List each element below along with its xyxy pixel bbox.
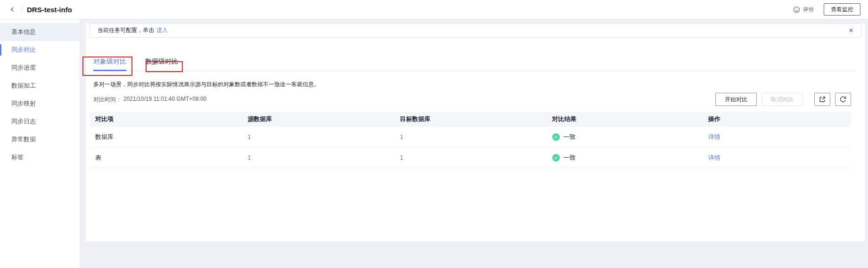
comparison-description: 多对一场景，同步对比将按实际情况展示源与目标的对象数或者数据不一致这一客观信息。 bbox=[93, 81, 851, 89]
refresh-button[interactable] bbox=[835, 93, 851, 106]
content-area: 当前任务可配置，单击 进入 × 对象级对比 数据级对比 多对一场景，同步对比将按… bbox=[80, 19, 868, 268]
title-divider bbox=[22, 6, 22, 13]
result-label: 一致 bbox=[564, 154, 576, 162]
feedback-button[interactable]: 评价 bbox=[793, 6, 814, 14]
banner-enter-link[interactable]: 进入 bbox=[156, 26, 168, 34]
smiley-icon bbox=[793, 6, 800, 13]
back-button[interactable] bbox=[8, 5, 17, 14]
comparison-time: 对比时间： 2021/10/19 11:01:40 GMT+08:00 bbox=[93, 96, 206, 104]
result-cell: ✓ 一致 bbox=[547, 154, 703, 162]
view-monitoring-button[interactable]: 查看监控 bbox=[824, 3, 860, 16]
top-bar: DRS-test-info 评价 查看监控 bbox=[0, 0, 868, 19]
col-header-result: 对比结果 bbox=[547, 115, 703, 123]
page-title: DRS-test-info bbox=[27, 6, 72, 14]
row-item-label: 表 bbox=[90, 154, 242, 162]
top-bar-left: DRS-test-info bbox=[8, 5, 72, 14]
feedback-label: 评价 bbox=[803, 6, 814, 14]
sidebar: 基本信息 同步对比 同步进度 数据加工 同步映射 同步日志 异常数据 标签 bbox=[0, 19, 80, 268]
comparison-time-label: 对比时间： bbox=[93, 96, 122, 104]
sidebar-item-sync-progress[interactable]: 同步进度 bbox=[0, 59, 80, 77]
banner-close-icon[interactable]: × bbox=[849, 26, 853, 34]
comparison-time-value: 2021/10/19 11:01:40 GMT+08:00 bbox=[123, 96, 206, 104]
banner-message: 当前任务可配置，单击 bbox=[98, 26, 154, 34]
details-link[interactable]: 详情 bbox=[708, 154, 721, 161]
back-chevron-icon bbox=[9, 6, 16, 13]
main-layout: 基本信息 同步对比 同步进度 数据加工 同步映射 同步日志 异常数据 标签 当前… bbox=[0, 19, 868, 268]
content-card: 当前任务可配置，单击 进入 × 对象级对比 数据级对比 多对一场景，同步对比将按… bbox=[86, 23, 865, 241]
result-label: 一致 bbox=[564, 133, 576, 141]
tab-data-level-comparison[interactable]: 数据级对比 bbox=[145, 57, 178, 66]
sidebar-item-abnormal-data[interactable]: 异常数据 bbox=[0, 130, 80, 148]
details-link[interactable]: 详情 bbox=[708, 133, 721, 140]
success-check-icon: ✓ bbox=[552, 154, 560, 162]
sidebar-item-tags[interactable]: 标签 bbox=[0, 148, 80, 166]
target-db-count-link[interactable]: 1 bbox=[400, 154, 403, 161]
table-row-table: 表 1 1 ✓ 一致 详情 bbox=[90, 147, 851, 168]
sidebar-item-sync-comparison[interactable]: 同步对比 bbox=[0, 41, 80, 59]
row-item-label: 数据库 bbox=[90, 133, 242, 141]
table-row-database: 数据库 1 1 ✓ 一致 详情 bbox=[90, 127, 851, 147]
comparison-action-row: 对比时间： 2021/10/19 11:01:40 GMT+08:00 开始对比… bbox=[93, 93, 851, 106]
sidebar-item-sync-mapping[interactable]: 同步映射 bbox=[0, 95, 80, 113]
cancel-comparison-button[interactable]: 取消对比 bbox=[762, 93, 803, 106]
refresh-icon bbox=[839, 96, 847, 103]
col-header-operation: 操作 bbox=[703, 115, 851, 123]
result-cell: ✓ 一致 bbox=[547, 133, 703, 141]
comparison-buttons: 开始对比 取消对比 bbox=[715, 93, 851, 106]
target-db-count-link[interactable]: 1 bbox=[400, 133, 403, 140]
success-check-icon: ✓ bbox=[552, 133, 560, 141]
comparison-table: 对比项 源数据库 目标数据库 对比结果 操作 数据库 1 1 ✓ 一致 详情 bbox=[90, 112, 851, 168]
col-header-item: 对比项 bbox=[90, 115, 242, 123]
sidebar-item-data-processing[interactable]: 数据加工 bbox=[0, 77, 80, 95]
table-header-row: 对比项 源数据库 目标数据库 对比结果 操作 bbox=[90, 112, 851, 127]
start-comparison-button[interactable]: 开始对比 bbox=[715, 93, 757, 106]
source-db-count-link[interactable]: 1 bbox=[247, 133, 251, 140]
banner-message-wrap: 当前任务可配置，单击 进入 bbox=[98, 26, 168, 34]
export-icon bbox=[819, 96, 826, 103]
tab-object-level-comparison[interactable]: 对象级对比 bbox=[93, 57, 126, 66]
info-banner: 当前任务可配置，单击 进入 × bbox=[90, 23, 861, 38]
export-button[interactable] bbox=[814, 93, 830, 106]
sidebar-item-basic-info[interactable]: 基本信息 bbox=[0, 23, 80, 41]
col-header-target-db: 目标数据库 bbox=[394, 115, 546, 123]
comparison-tabs: 对象级对比 数据级对比 bbox=[93, 57, 856, 71]
sidebar-item-sync-logs[interactable]: 同步日志 bbox=[0, 113, 80, 130]
top-bar-right: 评价 查看监控 bbox=[793, 3, 860, 16]
col-header-source-db: 源数据库 bbox=[242, 115, 394, 123]
source-db-count-link[interactable]: 1 bbox=[247, 154, 251, 161]
